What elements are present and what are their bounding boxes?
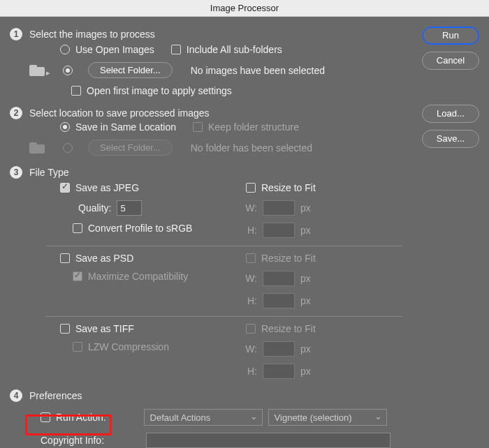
input-jpeg-w bbox=[263, 200, 295, 216]
badge-1: 1 bbox=[10, 28, 22, 40]
label-psd-w: W: bbox=[240, 273, 257, 284]
dialog-body: Run Cancel Load... Save... 1 Select the … bbox=[0, 17, 489, 448]
label-jpeg-w-px: px bbox=[300, 202, 311, 214]
label-psd-h: H: bbox=[240, 295, 257, 306]
input-copyright[interactable] bbox=[146, 433, 391, 448]
section1-title: Select the images to process bbox=[29, 29, 155, 40]
run-button[interactable]: Run bbox=[422, 27, 479, 45]
radio-use-open-images[interactable] bbox=[60, 45, 70, 54]
load-button[interactable]: Load... bbox=[422, 105, 479, 123]
label-maximize-compat: Maximize Compatibility bbox=[88, 271, 188, 282]
label-psd-h-px: px bbox=[300, 295, 311, 306]
label-keep-structure: Keep folder structure bbox=[208, 121, 299, 133]
checkbox-keep-structure bbox=[193, 122, 203, 132]
cancel-button[interactable]: Cancel bbox=[422, 52, 479, 70]
label-lzw: LZW Compression bbox=[88, 341, 169, 352]
input-quality[interactable] bbox=[117, 200, 142, 216]
row-save-same: Save in Same Location Keep folder struct… bbox=[10, 119, 415, 136]
title-bar: Image Processor bbox=[0, 0, 489, 17]
section1-header: 1 Select the images to process bbox=[10, 24, 415, 40]
row-select-folder-2: Select Folder... No folder has been sele… bbox=[10, 136, 415, 159]
label-tiff-w-px: px bbox=[300, 343, 311, 354]
label-tiff-h-px: px bbox=[300, 366, 311, 377]
checkbox-maximize-compat bbox=[73, 271, 82, 281]
dropdown-action[interactable]: Vignette (selection) bbox=[268, 409, 387, 426]
section2-header: 2 Select location to save processed imag… bbox=[10, 100, 415, 119]
checkbox-open-first[interactable] bbox=[71, 86, 81, 96]
tiff-block: Save as TIFF LZW Compression Resize to F… bbox=[10, 320, 415, 382]
label-open-first: Open first image to apply settings bbox=[87, 85, 232, 96]
divider-2 bbox=[46, 316, 402, 317]
input-psd-w bbox=[263, 271, 295, 286]
label-include-subfolders: Include All sub-folders bbox=[187, 44, 282, 55]
section2-title: Select location to save processed images bbox=[29, 107, 210, 119]
select-folder-button-2: Select Folder... bbox=[88, 140, 173, 156]
input-psd-h bbox=[263, 293, 295, 308]
no-folder-message: No folder has been selected bbox=[191, 142, 312, 154]
select-folder-button-1[interactable]: Select Folder... bbox=[88, 62, 173, 78]
row-open-first: Open first image to apply settings bbox=[10, 82, 415, 100]
right-button-column: Run Cancel Load... Save... bbox=[422, 27, 479, 148]
folder-open-icon[interactable]: ▸ bbox=[29, 65, 45, 76]
badge-2: 2 bbox=[10, 107, 22, 119]
no-images-message: No images have been selected bbox=[191, 65, 325, 76]
checkbox-psd-resize bbox=[246, 253, 256, 263]
checkbox-save-tiff[interactable] bbox=[60, 324, 70, 334]
label-use-open-images: Use Open Images bbox=[75, 44, 154, 55]
label-jpeg-resize: Resize to Fit bbox=[261, 182, 316, 193]
checkbox-include-subfolders[interactable] bbox=[171, 45, 181, 54]
checkbox-tiff-resize bbox=[246, 324, 256, 334]
row-copyright: Copyright Info: bbox=[10, 429, 415, 448]
label-psd-w-px: px bbox=[300, 273, 311, 284]
save-button[interactable]: Save... bbox=[422, 130, 479, 148]
label-jpeg-h: H: bbox=[240, 225, 257, 236]
label-psd-resize: Resize to Fit bbox=[261, 253, 316, 264]
radio-save-folder[interactable] bbox=[63, 143, 73, 153]
input-tiff-h bbox=[263, 364, 295, 379]
label-convert-srgb: Convert Profile to sRGB bbox=[88, 223, 192, 234]
checkbox-convert-srgb[interactable] bbox=[73, 223, 82, 233]
psd-block: Save as PSD Maximize Compatibility Resiz… bbox=[10, 249, 415, 312]
checkbox-jpeg-resize[interactable] bbox=[246, 183, 256, 193]
checkbox-save-jpeg[interactable] bbox=[60, 183, 70, 193]
row-select-folder-1: ▸ Select Folder... No images have been s… bbox=[10, 59, 415, 82]
divider-1 bbox=[46, 246, 402, 246]
dropdown-action-set[interactable]: Default Actions bbox=[144, 409, 263, 426]
label-tiff-h: H: bbox=[240, 366, 257, 377]
checkbox-save-psd[interactable] bbox=[60, 253, 70, 263]
section3-header: 3 File Type bbox=[10, 159, 415, 179]
input-jpeg-h bbox=[263, 223, 295, 238]
label-save-jpeg: Save as JPEG bbox=[75, 182, 139, 193]
window-title: Image Processor bbox=[210, 3, 279, 13]
badge-4: 4 bbox=[10, 389, 22, 402]
radio-save-same[interactable] bbox=[60, 122, 70, 132]
label-save-same: Save in Same Location bbox=[75, 121, 176, 133]
radio-select-folder[interactable] bbox=[63, 66, 73, 75]
label-save-tiff: Save as TIFF bbox=[75, 323, 134, 334]
section4-title: Preferences bbox=[29, 390, 82, 401]
folder-save-icon bbox=[29, 142, 45, 154]
label-quality: Quality: bbox=[78, 202, 111, 214]
label-jpeg-h-px: px bbox=[300, 225, 311, 236]
badge-3: 3 bbox=[10, 166, 22, 179]
label-run-action: Run Action: bbox=[56, 412, 106, 423]
label-jpeg-w: W: bbox=[240, 202, 257, 214]
input-tiff-w bbox=[263, 341, 295, 357]
row-use-open-images: Use Open Images Include All sub-folders bbox=[10, 40, 415, 59]
row-run-action: Run Action: Default Actions Vignette (se… bbox=[10, 402, 415, 429]
label-tiff-resize: Resize to Fit bbox=[261, 323, 316, 334]
jpeg-block: Save as JPEG Quality: Convert Profile to… bbox=[10, 179, 415, 241]
checkbox-lzw bbox=[73, 342, 82, 352]
label-tiff-w: W: bbox=[240, 343, 257, 354]
label-save-psd: Save as PSD bbox=[75, 253, 133, 264]
checkbox-run-action[interactable] bbox=[41, 412, 50, 422]
label-copyright: Copyright Info: bbox=[41, 435, 104, 446]
section3-title: File Type bbox=[29, 167, 69, 178]
section4-header: 4 Preferences bbox=[10, 382, 415, 402]
